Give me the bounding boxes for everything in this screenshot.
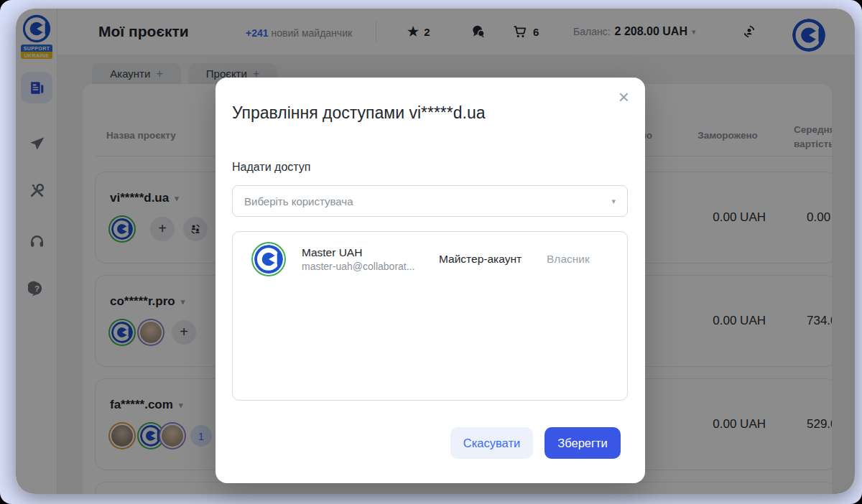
user-select-placeholder: Виберіть користувача: [244, 195, 611, 207]
access-list-panel: Master UAH master-uah@collaborat... Майс…: [232, 231, 628, 401]
collaborator-logo-icon: [254, 245, 283, 274]
user-name-block: Master UAH master-uah@collaborat...: [302, 246, 439, 272]
access-management-modal: × Управління доступами vi*****d.ua Надат…: [216, 78, 645, 483]
save-button[interactable]: Зберегти: [544, 427, 621, 459]
account-type: Майстер-акаунт: [439, 253, 547, 266]
access-list-item: Master UAH master-uah@collaborat... Майс…: [233, 232, 627, 275]
modal-title: Управління доступами vi*****d.ua: [232, 103, 486, 123]
grant-access-label: Надати доступ: [232, 161, 310, 174]
avatar: [253, 243, 284, 275]
user-select[interactable]: Виберіть користувача ▾: [232, 185, 628, 217]
cancel-button[interactable]: Скасувати: [450, 427, 533, 459]
account-role: Власник: [547, 253, 590, 266]
page-frame: SUPPORT UKRAINE ? Мої проєкти +241 новий…: [0, 0, 862, 504]
modal-actions: Скасувати Зберегти: [450, 427, 621, 459]
chevron-down-icon: ▾: [611, 197, 616, 206]
user-name: Master UAH: [302, 246, 439, 259]
user-email: master-uah@collaborat...: [302, 261, 439, 272]
close-icon[interactable]: ×: [616, 85, 632, 109]
